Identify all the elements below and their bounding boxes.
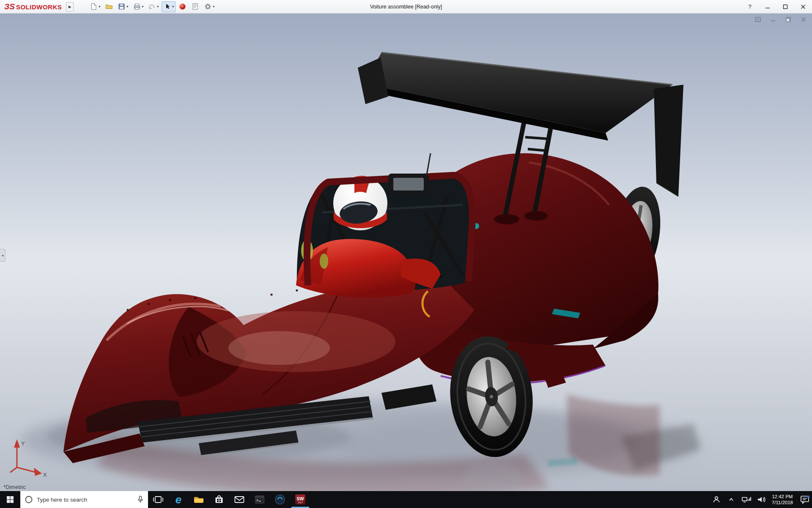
- windows-taskbar: e: [0, 491, 812, 508]
- window-controls: ?: [741, 0, 812, 14]
- task-view-button[interactable]: [148, 491, 168, 508]
- task-view-icon: [151, 493, 165, 506]
- solidworks-logo: ЗS SOLIDWORKS: [0, 2, 62, 11]
- triad-y-label: Y: [21, 440, 25, 447]
- orientation-triad[interactable]: Y X: [4, 438, 55, 480]
- people-button[interactable]: [711, 493, 722, 506]
- edge-letter: e: [176, 493, 181, 506]
- edge-button[interactable]: e: [168, 491, 189, 508]
- command-prompt-icon: [253, 493, 266, 506]
- media-app-icon: [273, 493, 287, 506]
- hidden-icons-button[interactable]: [726, 493, 737, 506]
- solidworks-app-icon: SW 2017: [294, 493, 307, 506]
- maximize-icon: [783, 4, 788, 9]
- open-button[interactable]: [103, 1, 115, 12]
- media-app-button[interactable]: [270, 491, 290, 508]
- select-cursor-icon: [163, 3, 171, 11]
- save-button[interactable]: ▾: [116, 1, 130, 12]
- select-tool-button[interactable]: ▾: [162, 1, 176, 12]
- sw-icon-year: 2017: [298, 501, 303, 504]
- network-icon: [741, 493, 752, 506]
- undo-icon: [148, 3, 156, 11]
- speaker-icon: [755, 493, 766, 506]
- titlebar: ЗS SOLIDWORKS ▶ ▾ ▾: [0, 0, 812, 14]
- minimize-button[interactable]: [759, 0, 776, 14]
- store-icon: [212, 493, 226, 506]
- mail-button[interactable]: [229, 491, 250, 508]
- clock-time: 12:42 PM: [772, 494, 793, 500]
- clock[interactable]: 12:42 PM 7/11/2018: [770, 494, 795, 505]
- undo-button[interactable]: ▾: [146, 1, 160, 12]
- brand-name: SOLIDWORKS: [16, 3, 62, 11]
- clock-date: 7/11/2018: [772, 500, 793, 505]
- dock-window-button[interactable]: [754, 16, 762, 23]
- appearance-button[interactable]: [177, 1, 188, 12]
- microphone-icon[interactable]: [137, 495, 144, 504]
- doc-minimize-button[interactable]: [769, 16, 777, 23]
- print-button[interactable]: ▾: [131, 1, 145, 12]
- cortana-icon: [25, 495, 33, 504]
- 3d-viewport[interactable]: [0, 14, 812, 491]
- help-button[interactable]: ?: [741, 0, 759, 14]
- save-icon: [118, 3, 126, 11]
- toolbar-flyout-button[interactable]: ▶: [66, 2, 74, 11]
- store-button[interactable]: [209, 491, 229, 508]
- new-document-button[interactable]: ▾: [88, 1, 102, 12]
- quick-toolbar: ▾ ▾ ▾ ▾: [88, 1, 216, 12]
- start-button[interactable]: [0, 491, 20, 508]
- settings-gear-button[interactable]: ▾: [202, 1, 216, 12]
- action-center-button[interactable]: [798, 493, 809, 506]
- windows-logo-icon: [6, 496, 14, 503]
- gear-icon: [204, 3, 212, 11]
- mail-icon: [233, 493, 246, 506]
- edge-icon: e: [172, 493, 185, 506]
- action-center-icon: [798, 493, 809, 506]
- doc-close-button[interactable]: [799, 16, 808, 23]
- graphics-area: ◂ Y X *Dimetric: [0, 14, 812, 491]
- triad-x-label: X: [43, 472, 47, 478]
- volume-button[interactable]: [755, 493, 766, 506]
- print-icon: [133, 3, 141, 11]
- brand-mark: ЗS: [4, 2, 15, 11]
- doc-restore-button[interactable]: [784, 16, 793, 23]
- system-tray: 12:42 PM 7/11/2018: [711, 491, 812, 508]
- network-button[interactable]: [741, 493, 752, 506]
- search-input[interactable]: [37, 497, 133, 503]
- sw-icon-text: SW: [297, 496, 304, 501]
- appearance-sphere-icon: [178, 3, 187, 11]
- options-sheet-icon: [191, 3, 199, 11]
- people-icon: [711, 493, 722, 506]
- maximize-button[interactable]: [776, 0, 794, 14]
- chevron-up-icon: [728, 496, 735, 503]
- close-button[interactable]: [794, 0, 812, 14]
- options-sheet-button[interactable]: [189, 1, 201, 12]
- solidworks-app-button[interactable]: SW 2017: [290, 491, 310, 508]
- taskbar-search-box[interactable]: [20, 491, 148, 508]
- minimize-icon: [765, 4, 770, 9]
- feature-panel-collapse-arrow[interactable]: ◂: [0, 249, 5, 262]
- file-explorer-icon: [192, 493, 206, 506]
- close-icon: [801, 4, 806, 9]
- view-orientation-label: *Dimetric: [3, 484, 26, 490]
- open-folder-icon: [105, 3, 113, 11]
- document-window-controls: [754, 16, 808, 23]
- command-prompt-button[interactable]: [250, 491, 270, 508]
- file-explorer-button[interactable]: [189, 491, 209, 508]
- new-document-icon: [90, 3, 98, 11]
